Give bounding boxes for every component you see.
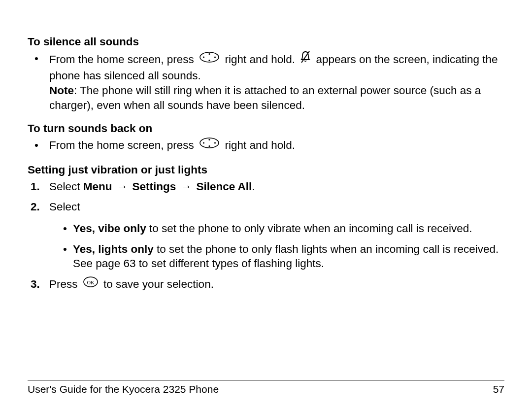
option-label: Yes, lights only — [73, 243, 154, 255]
arrow-icon: → — [179, 179, 194, 194]
svg-point-3 — [209, 53, 210, 55]
text: Select — [49, 180, 83, 193]
svg-point-8 — [203, 142, 204, 144]
svg-point-2 — [214, 56, 216, 58]
arrow-icon: → — [115, 179, 130, 194]
note-label: Note — [49, 84, 74, 97]
step-3: Press OK to save your selection. — [28, 277, 504, 293]
menu-path-part: Silence All — [196, 180, 252, 193]
page-number: 57 — [493, 383, 504, 395]
bullet-silence: From the home screen, press right and ho… — [28, 51, 504, 113]
heading-turn-sounds-back-on: To turn sounds back on — [28, 121, 504, 136]
svg-point-11 — [209, 145, 210, 147]
text: From the home screen, press — [49, 139, 197, 151]
document-body: To silence all sounds From the home scre… — [28, 34, 504, 293]
svg-text:OK: OK — [87, 280, 95, 285]
option-label: Yes, vibe only — [73, 222, 146, 235]
text: Select — [49, 201, 80, 213]
bell-silenced-icon — [300, 50, 311, 68]
text: From the home screen, press — [49, 53, 197, 65]
text: Press — [49, 278, 81, 290]
heading-silence-all-sounds: To silence all sounds — [28, 34, 504, 49]
text: . — [252, 180, 255, 193]
svg-point-9 — [214, 142, 216, 144]
nav-key-icon — [199, 51, 220, 67]
bullet-sounds-on: From the home screen, press right and ho… — [28, 138, 504, 154]
step-2: Select Yes, vibe only to set the phone t… — [28, 200, 504, 271]
step-1: Select Menu → Settings → Silence All. — [28, 179, 504, 194]
page-footer: User's Guide for the Kyocera 2325 Phone … — [28, 380, 504, 395]
text: to save your selection. — [103, 278, 214, 290]
text: to set the phone to only vibrate when an… — [146, 222, 472, 235]
text: right and hold. — [225, 53, 298, 65]
option-lights-only: Yes, lights only to set the phone to onl… — [49, 242, 504, 271]
footer-title: User's Guide for the Kyocera 2325 Phone — [28, 383, 219, 395]
menu-path-part: Settings — [133, 180, 176, 193]
ok-key-icon: OK — [83, 276, 99, 292]
heading-vibration-lights: Setting just vibration or just lights — [28, 163, 504, 177]
svg-point-4 — [209, 60, 210, 61]
text: right and hold. — [225, 139, 295, 151]
option-vibe-only: Yes, vibe only to set the phone to only … — [49, 221, 504, 236]
svg-point-10 — [209, 139, 210, 140]
menu-path-part: Menu — [83, 180, 112, 193]
note-text: : The phone will still ring when it is a… — [49, 84, 481, 111]
nav-key-icon — [199, 137, 220, 153]
svg-point-1 — [203, 56, 204, 58]
